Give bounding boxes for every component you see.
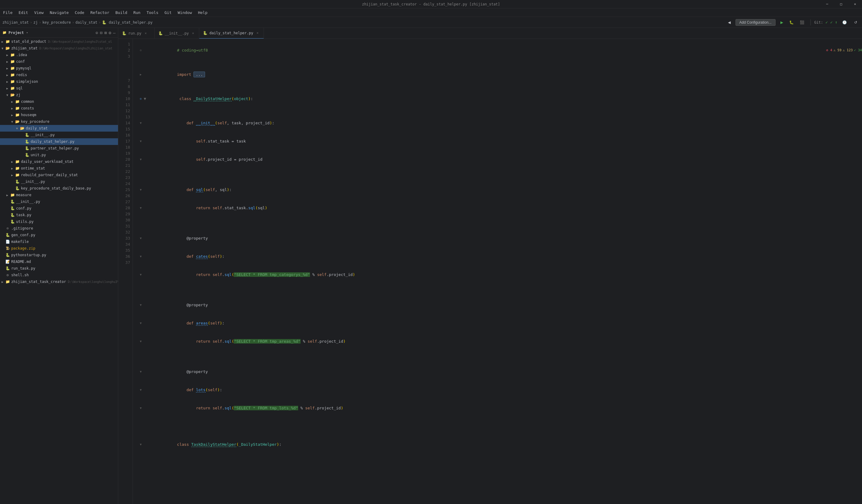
menu-edit[interactable]: Edit	[15, 9, 31, 17]
tree-item-key-procedure-base[interactable]: 🐍 key_procedure_stat_daily_base.py	[0, 185, 118, 192]
menu-help[interactable]: Help	[195, 9, 210, 17]
tree-item-simplejson[interactable]: ▶ 📁 simplejson	[0, 78, 118, 85]
code-line-32	[138, 417, 862, 423]
tree-arrow: ▼	[15, 127, 19, 130]
tab-close-button[interactable]: ✕	[191, 31, 195, 36]
sidebar-expand-icon[interactable]: ⊞	[104, 30, 107, 35]
code-line-24: ▼ @property	[138, 296, 862, 314]
menu-window[interactable]: Window	[175, 9, 195, 17]
tree-item-redis[interactable]: ▶ 📁 redis	[0, 71, 118, 78]
code-line-1: ⊙ # coding=utf8 ⊘ 4 ⚠ 59 ⚠ 123 ✓ 34	[138, 41, 862, 59]
tree-item-pythonstartup[interactable]: 🐍 pythonstartup.py	[0, 252, 118, 258]
tree-item-makefile[interactable]: 📄 makefile	[0, 238, 118, 245]
tree-item-package-zip[interactable]: 🗜 package.zip	[0, 245, 118, 252]
tree-item-run-task-py[interactable]: 🐍 run_task.py	[0, 265, 118, 272]
code-line-27	[138, 350, 862, 357]
sidebar-hide-icon[interactable]: —	[113, 30, 116, 35]
maximize-button[interactable]: □	[834, 0, 848, 9]
code-line-28	[138, 357, 862, 363]
git-rollback-button[interactable]: ↺	[852, 18, 860, 26]
minimize-button[interactable]: ─	[820, 0, 834, 9]
tree-item-gitignore[interactable]: ⊙ .gitignore	[0, 225, 118, 232]
self-keyword: self	[210, 321, 220, 326]
add-configuration-button[interactable]: Add Configuration...	[735, 19, 775, 26]
toolbar-back-button[interactable]: ◀	[726, 18, 733, 26]
menu-git[interactable]: Git	[161, 9, 174, 17]
folder-icon: 📁	[10, 66, 15, 70]
tree-item-init-py-2[interactable]: 🐍 __init__.py	[0, 178, 118, 185]
tree-item-zhijian-stat[interactable]: ▼ 📂 zhijian_stat D:\Workspace\longhu\lon…	[0, 45, 118, 52]
breadcrumb-root[interactable]: zhijian_stat	[2, 20, 29, 25]
sidebar-folder-icon: 📁	[2, 31, 7, 35]
tab-close-button[interactable]: ✕	[143, 31, 148, 36]
menu-run[interactable]: Run	[130, 9, 143, 17]
tab-icon: 🐍	[122, 31, 127, 36]
tree-item-common[interactable]: ▶ 📁 common	[0, 98, 118, 105]
tree-item-idea[interactable]: ▶ 📁 .idea	[0, 52, 118, 58]
menu-tools[interactable]: Tools	[143, 9, 161, 17]
function-name: cates	[196, 254, 208, 259]
menu-file[interactable]: File	[0, 9, 15, 17]
tree-item-utils-py[interactable]: 🐍 utils.py	[0, 218, 118, 225]
tree-item-ontime-stat[interactable]: ▶ 📁 ontime_stat	[0, 165, 118, 172]
code-area[interactable]: ⊙ # coding=utf8 ⊘ 4 ⚠ 59 ⚠ 123 ✓ 34	[133, 39, 862, 504]
sidebar-target-icon[interactable]: ⊙	[95, 30, 98, 35]
run-button[interactable]: ▶	[778, 18, 786, 26]
tree-item-shell-sh[interactable]: ⚙ shell.sh	[0, 272, 118, 278]
tree-item-measure[interactable]: ▶ 📁 measure	[0, 192, 118, 198]
tree-item-unit-py[interactable]: 🐍 unit.py	[0, 151, 118, 158]
tree-item-stat-old-product[interactable]: ▶ 📁 stat_old_product D:\Workspace\longhu…	[0, 38, 118, 45]
check-count: ✓ 34	[854, 47, 862, 53]
menu-build[interactable]: Build	[113, 9, 130, 17]
menu-navigate[interactable]: Navigate	[47, 9, 72, 17]
sidebar-collapse-icon[interactable]: ⊟	[100, 30, 102, 35]
sidebar-settings-icon[interactable]: ⚙	[108, 30, 111, 35]
tree-item-partner-stat-helper[interactable]: 🐍 partner_stat_helper.py	[0, 145, 118, 151]
breadcrumb-file[interactable]: 🐍 daily_stat_helper.py	[102, 20, 153, 25]
tree-item-daily-stat-helper[interactable]: 🐍 daily_stat_helper.py	[0, 138, 118, 145]
line-gutter: ▼	[138, 157, 144, 162]
tree-item-houseqm[interactable]: ▶ 📁 houseqm	[0, 111, 118, 118]
colon: :	[222, 254, 224, 259]
tree-item-task-py[interactable]: 🐍 task.py	[0, 212, 118, 218]
tree-item-readme[interactable]: 📝 README.md	[0, 258, 118, 265]
tab-run-py[interactable]: 🐍 run.py ✕	[118, 28, 155, 39]
tree-item-rebuild-partner[interactable]: ▶ 📁 rebuild_partner_daily_stat	[0, 172, 118, 178]
tree-item-daily-user-workload[interactable]: ▶ 📁 daily_user_workload_stat	[0, 158, 118, 165]
tree-item-daily-stat[interactable]: ▼ 📂 daily_stat	[0, 125, 118, 132]
tab-daily-stat-helper[interactable]: 🐍 daily_stat_helper.py ✕	[199, 28, 264, 39]
menu-code[interactable]: Code	[72, 9, 87, 17]
sidebar-dropdown-icon[interactable]: ▾	[26, 31, 28, 34]
paren: )	[341, 406, 343, 410]
breadcrumb-zj[interactable]: zj	[34, 20, 38, 25]
tab-close-button[interactable]: ✕	[255, 31, 260, 36]
menu-refactor[interactable]: Refactor	[87, 9, 113, 17]
debug-button[interactable]: 🐛	[787, 18, 796, 26]
tree-item-pymysql[interactable]: ▶ 📁 pymysql	[0, 65, 118, 71]
tree-item-sql[interactable]: ▶ 📁 sql	[0, 85, 118, 92]
paren: )	[227, 187, 229, 192]
tree-item-conf[interactable]: ▶ 📁 conf	[0, 58, 118, 65]
tree-item-conf-py[interactable]: 🐍 conf.py	[0, 205, 118, 212]
tree-item-key-procedure[interactable]: ▼ 📂 key_procedure	[0, 118, 118, 125]
fold-gutter[interactable]: ▼	[144, 96, 146, 102]
tree-item-init-py-1[interactable]: 🐍 __init__.py	[0, 132, 118, 138]
tree-item-init-py-3[interactable]: 🐍 __init__.py	[0, 198, 118, 205]
tab-init-py[interactable]: 🐍 __init__.py ✕	[155, 28, 199, 39]
tree-item-gen-conf-py[interactable]: 🐍 gen_conf.py	[0, 232, 118, 238]
markdown-icon: 📝	[5, 260, 10, 264]
window-controls: ─ □ ✕	[820, 0, 862, 9]
tree-item-consts[interactable]: ▶ 📁 consts	[0, 105, 118, 111]
breadcrumb-daily-stat[interactable]: daily_stat	[76, 20, 97, 25]
tree-arrow: ▶	[5, 74, 10, 77]
stop-button[interactable]: ⬛	[797, 18, 807, 26]
tree-item-task-creator[interactable]: ▶ 📁 zhijian_stat_task_creator D:\Workspa…	[0, 278, 118, 285]
folder-open-icon: 📂	[5, 46, 10, 50]
tree-path: D:\Workspace\longhu\longhu3\stat_ol	[48, 40, 112, 43]
tree-label: pymysql	[16, 66, 31, 70]
git-history-button[interactable]: 🕐	[840, 18, 849, 26]
breadcrumb-key-procedure[interactable]: key_procedure	[42, 20, 71, 25]
menu-view[interactable]: View	[31, 9, 47, 17]
close-button[interactable]: ✕	[848, 0, 862, 9]
tree-item-zj[interactable]: ▼ 📂 zj	[0, 92, 118, 98]
